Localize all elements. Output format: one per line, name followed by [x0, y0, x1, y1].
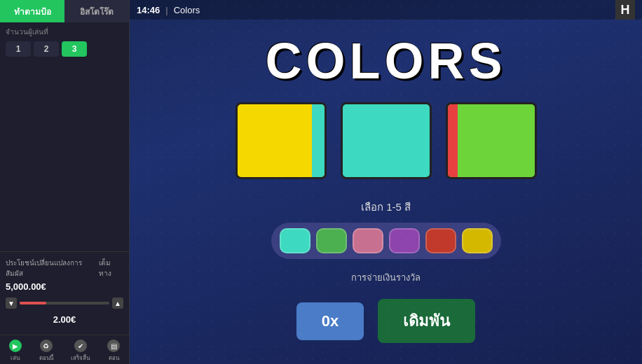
- chance-label: เต็มทาง: [99, 258, 123, 279]
- icon-done-label: เสร็จสิ้น: [71, 354, 90, 363]
- color-square-green[interactable]: [446, 102, 537, 179]
- prize-row: 0x เดิมพัน: [296, 299, 475, 343]
- main-content: 14:46 | Colors H COLORS เลือก 1-5 สี การ…: [130, 0, 642, 364]
- color-square-yellow[interactable]: [235, 102, 327, 179]
- play-icon: ▶: [9, 340, 22, 352]
- bet-current: 2.00€: [6, 314, 123, 325]
- player-nums: 1 2 3: [0, 38, 129, 59]
- bet-more-btn[interactable]: เดิมพัน: [378, 299, 475, 343]
- bet-amount: 5,000.00€: [6, 281, 46, 292]
- icon-now[interactable]: ♻ ตอนนี้: [39, 340, 53, 363]
- bet-info-row: ประโยชน์เปลี่ยนแปลงการสัมผัส เต็มทาง: [6, 258, 123, 279]
- pill-pink[interactable]: [353, 228, 383, 253]
- now-icon: ♻: [40, 340, 53, 352]
- tab-bet[interactable]: ทำตามป้อ: [0, 0, 64, 22]
- slider-up-btn[interactable]: ▲: [112, 298, 123, 309]
- player-num-3[interactable]: 3: [62, 41, 87, 57]
- player-num-1[interactable]: 1: [6, 41, 31, 57]
- pill-green[interactable]: [316, 228, 347, 253]
- color-square-teal[interactable]: [341, 102, 432, 179]
- select-label: เลือก 1-5 สี: [361, 199, 411, 216]
- pill-red[interactable]: [425, 228, 456, 253]
- bet-info-label: ประโยชน์เปลี่ยนแปลงการสัมผัส: [6, 258, 99, 279]
- topbar-logo: H: [615, 0, 635, 20]
- pill-teal[interactable]: [280, 228, 310, 253]
- color-squares-row: [235, 102, 537, 179]
- tab-history[interactable]: อิสโตโร๊ต: [64, 0, 129, 22]
- pill-yellow[interactable]: [462, 228, 493, 253]
- topbar-separator: |: [165, 5, 168, 15]
- color-pills-row: [271, 223, 501, 259]
- sidebar-icon-row: ▶ เล่น ♻ ตอนนี้ ✔ เสร็จสิ้น ▤ ตอน: [0, 335, 129, 364]
- icon-episode-label: ตอน: [109, 354, 119, 363]
- icon-episode[interactable]: ▤ ตอน: [107, 340, 120, 363]
- bet-display-row: 5,000.00€: [6, 281, 123, 292]
- pill-purple[interactable]: [389, 228, 420, 253]
- slider-fill: [20, 302, 46, 304]
- player-num-2[interactable]: 2: [34, 41, 59, 57]
- slider-track[interactable]: [20, 302, 109, 304]
- icon-now-label: ตอนนี้: [39, 354, 53, 363]
- sidebar-tabs: ทำตามป้อ อิสโตโร๊ต: [0, 0, 129, 22]
- icon-done[interactable]: ✔ เสร็จสิ้น: [71, 340, 90, 363]
- sidebar-bottom: ประโยชน์เปลี่ยนแปลงการสัมผัส เต็มทาง 5,0…: [0, 251, 129, 335]
- prize-section-label: การจ่ายเงินรางวัล: [351, 270, 421, 285]
- icon-play-label: เล่น: [11, 354, 20, 363]
- slider-down-btn[interactable]: ▼: [6, 298, 17, 309]
- game-title: COLORS: [265, 32, 506, 90]
- topbar-time: 14:46: [137, 5, 160, 15]
- section-label: จำนวนผู้เล่นที่: [0, 22, 129, 38]
- topbar: 14:46 | Colors H: [130, 0, 642, 20]
- prize-value-btn[interactable]: 0x: [296, 302, 364, 340]
- icon-play[interactable]: ▶ เล่น: [9, 340, 22, 363]
- sidebar: ทำตามป้อ อิสโตโร๊ต จำนวนผู้เล่นที่ 1 2 3…: [0, 0, 130, 364]
- episode-icon: ▤: [107, 340, 120, 352]
- slider-row: ▼ ▲: [6, 298, 123, 309]
- topbar-title: Colors: [174, 5, 200, 15]
- done-icon: ✔: [74, 340, 87, 352]
